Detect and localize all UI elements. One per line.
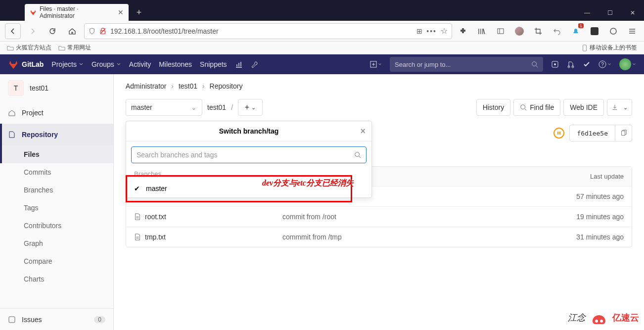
breadcrumb-admin[interactable]: Administrator [126,82,166,90]
sidebar-sub-commits[interactable]: Commits [0,163,113,181]
sidebar-sub-branches[interactable]: Branches [0,181,113,199]
gitlab-logo[interactable]: GitLab [8,59,44,70]
tab-close-icon[interactable]: ✕ [118,8,124,16]
svg-line-19 [359,156,361,158]
chevron-down-icon [79,62,84,67]
new-tab-button[interactable]: + [132,5,146,20]
crop-icon[interactable] [531,24,545,38]
content-area: Administrator › test01 › Repository mast… [114,74,644,330]
svg-line-7 [536,66,538,68]
insecure-lock-icon [99,28,106,35]
tab-strip: Files · master · Administrator ✕ + [0,0,146,21]
more-icon[interactable]: ••• [426,27,437,35]
svg-rect-14 [9,317,15,323]
window-controls: — ☐ ✕ [576,5,644,21]
header-todos-icon[interactable] [583,60,591,68]
header-issues-icon[interactable] [551,60,559,68]
history-button[interactable]: History [476,99,511,116]
doc-icon [8,131,16,139]
chevron-down-icon: ⌄ [251,104,256,111]
header-user-menu[interactable] [619,58,636,70]
home-icon [8,109,16,117]
search-input[interactable] [395,61,531,68]
table-row[interactable]: root.txt commit from /root 19 minutes ag… [126,207,632,227]
watermark: 江念 亿速云 [568,307,639,328]
sidebar-sub-graph[interactable]: Graph [0,235,113,252]
col-last-update: Last update [545,173,624,180]
nav-projects[interactable]: Projects [51,60,84,68]
file-icon [134,213,141,220]
nav-home-button[interactable] [64,23,80,39]
qr-icon[interactable]: ⊞ [416,27,422,35]
svg-rect-17 [621,131,625,136]
download-button[interactable]: ⌄ [607,99,632,116]
svg-point-15 [521,105,525,109]
nav-groups[interactable]: Groups [92,60,121,68]
window-minimize[interactable]: — [576,5,598,21]
account-avatar-icon[interactable] [512,24,526,38]
bookmark-star-icon[interactable]: ☆ [441,26,448,36]
check-icon: ✔ [134,185,141,192]
project-avatar: T [8,80,24,96]
web-ide-button[interactable]: Web IDE [563,99,604,116]
table-row[interactable]: tmp.txt commmit from /tmp 31 minutes ago [126,227,632,247]
nav-chart-icon[interactable] [235,60,243,68]
file-icon [134,234,141,240]
browser-toolbar: 192.168.1.8/root/test01/tree/master ⊞ ••… [0,21,644,42]
find-file-button[interactable]: Find file [513,99,560,116]
sidebar-icon[interactable] [494,24,507,38]
menu-icon[interactable] [625,24,639,38]
header-mr-icon[interactable] [567,60,575,68]
sidebar-sub-files[interactable]: Files [0,145,113,163]
pipeline-status-pending-icon[interactable] [553,128,564,139]
bookmark-mobile[interactable]: 移动设备上的书签 [582,44,637,52]
sidebar-sub-compare[interactable]: Compare [0,252,113,270]
path-root[interactable]: test01 [207,103,226,111]
breadcrumb-project[interactable]: test01 [179,82,197,90]
sidebar-sub-charts[interactable]: Charts [0,270,113,288]
close-icon[interactable]: × [360,126,366,137]
branch-search-input[interactable] [137,151,354,159]
header-help-icon[interactable]: ? [598,60,611,68]
sidebar-item-issues[interactable]: Issues 0 [0,308,113,330]
library-icon[interactable] [475,24,489,38]
folder-icon [58,45,65,51]
nav-snippets[interactable]: Snippets [200,60,227,68]
app-icon[interactable] [588,24,601,38]
branch-dropdown[interactable]: master ⌄ [126,99,202,116]
sidebar-project-header[interactable]: T test01 [0,74,113,102]
copy-sha-button[interactable] [615,125,632,141]
chevron-down-icon: ⌄ [623,104,628,111]
project-name: test01 [30,84,48,92]
sidebar-item-project[interactable]: Project [0,102,113,124]
gitlab-favicon [30,9,37,16]
shield-icon [89,28,95,35]
issues-icon [8,316,16,324]
nav-milestones[interactable]: Milestones [159,60,192,68]
bookmark-firefox[interactable]: 火狐官方站点 [7,44,51,52]
undo-icon[interactable] [550,24,564,38]
bookmark-common[interactable]: 常用网址 [58,44,91,52]
browser-tab-active[interactable]: Files · master · Administrator ✕ [25,4,129,21]
circle-icon[interactable] [606,24,620,38]
window-close[interactable]: ✕ [621,5,644,21]
header-plus-button[interactable] [370,61,382,68]
sidebar-sub-contributors[interactable]: Contributors [0,217,113,235]
notification-icon[interactable]: 1 [569,24,583,38]
branch-panel-header: Switch branch/tag × [126,121,371,141]
global-search[interactable] [390,57,543,72]
nav-activity[interactable]: Activity [129,60,151,68]
nav-reload-button[interactable] [45,23,60,39]
nav-wrench-icon[interactable] [251,60,259,68]
search-icon [354,151,361,158]
sidebar-sub-tags[interactable]: Tags [0,199,113,217]
chevron-down-icon [116,62,121,67]
breadcrumb-repository[interactable]: Repository [210,82,243,90]
add-file-dropdown[interactable]: +⌄ [238,99,263,116]
sidebar-item-repository[interactable]: Repository [0,124,113,145]
branch-search[interactable] [131,146,367,163]
extension-icon[interactable] [456,24,470,38]
window-maximize[interactable]: ☐ [598,5,621,21]
address-bar[interactable]: 192.168.1.8/root/test01/tree/master ⊞ ••… [84,23,452,39]
nav-back-button[interactable] [5,23,21,39]
